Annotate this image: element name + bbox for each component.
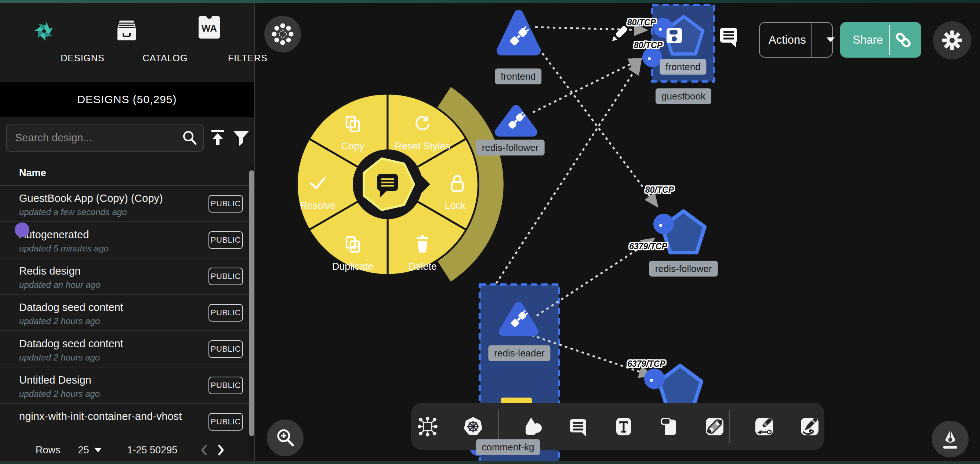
radial-label-duplicate[interactable]: Duplicate xyxy=(332,261,374,273)
comment-node-label[interactable]: comment-kg xyxy=(476,439,540,455)
design-name: GuestBook App (Copy) (Copy) xyxy=(19,192,163,204)
canvas-toolbar xyxy=(411,403,824,450)
tab-filters[interactable]: WA FILTERS xyxy=(171,3,248,82)
draw-edge-icon[interactable] xyxy=(754,416,775,437)
zoom-in-magnifier-icon xyxy=(274,427,297,449)
design-list: GuestBook App (Copy) (Copy) updated a fe… xyxy=(0,185,249,439)
port-label-80tcp: 80/TCP xyxy=(634,40,662,50)
gear-icon xyxy=(941,29,964,52)
edge-leader-to-guestbook xyxy=(496,62,641,284)
redis-follower-deployment-node[interactable] xyxy=(499,109,533,132)
group-nodes-icon[interactable] xyxy=(417,416,438,437)
list-scrollbar-thumb[interactable] xyxy=(249,170,254,436)
rows-per-page-value[interactable]: 25 xyxy=(78,445,89,456)
upload-design-icon[interactable] xyxy=(209,129,226,147)
design-name: Datadog seed content xyxy=(19,301,123,314)
freehand-draw-icon[interactable] xyxy=(799,416,820,437)
design-name: Redis design xyxy=(19,265,81,277)
wa-text: WA xyxy=(202,23,217,34)
edge-frontend-to-redis-follower xyxy=(539,48,657,206)
tab-designs[interactable]: DESIGNS xyxy=(5,3,83,82)
visibility-badge[interactable]: PUBLIC xyxy=(208,413,243,431)
visibility-badge[interactable]: PUBLIC xyxy=(208,340,243,358)
designs-sidebar: DESIGNS CATALOG WA FILTERS DESIGNS (50,2… xyxy=(0,3,255,461)
tab-catalog[interactable]: CATALOG xyxy=(88,3,165,82)
visibility-badge[interactable]: PUBLIC xyxy=(208,304,243,322)
design-name: Autogenerated xyxy=(19,229,89,241)
guestbook-group-label[interactable]: guestbook xyxy=(655,88,711,104)
meshery-spiral-icon xyxy=(32,19,56,45)
port-label-6379tcp: 6379/TCP xyxy=(627,359,665,369)
bottom-accent-strip xyxy=(0,461,980,464)
prev-page-icon[interactable] xyxy=(199,444,209,456)
design-row[interactable]: Datadog seed content updated 2 hours ago… xyxy=(0,331,249,367)
radial-label-resolve[interactable]: Resolve xyxy=(300,200,336,211)
frontend-service-label[interactable]: frontend xyxy=(660,59,706,75)
comment-tool-icon[interactable] xyxy=(568,416,589,437)
design-row[interactable]: Datadog seed content updated 2 hours ago… xyxy=(0,295,249,331)
design-row[interactable]: nginx-with-init-container-and-vhost PUBL… xyxy=(0,404,249,440)
visibility-badge[interactable]: PUBLIC xyxy=(208,195,243,212)
frontend-deployment-label[interactable]: frontend xyxy=(495,69,541,85)
search-input[interactable] xyxy=(15,124,173,151)
search-icon[interactable] xyxy=(182,130,198,146)
port-80-handle-2[interactable] xyxy=(642,47,662,67)
design-row[interactable]: Untitled Design updated 2 hours ago PUBL… xyxy=(0,367,249,404)
radial-label-copy[interactable]: Copy xyxy=(341,140,364,152)
radial-context-menu xyxy=(297,87,504,282)
text-tool-icon[interactable] xyxy=(613,416,634,437)
link-nodes-icon[interactable] xyxy=(704,416,725,437)
pagination-range: 1-25 50295 xyxy=(127,445,178,456)
actions-button[interactable]: Actions xyxy=(759,22,833,57)
divider xyxy=(889,25,890,55)
top-accent-strip xyxy=(0,0,980,3)
design-row[interactable]: GuestBook App (Copy) (Copy) updated a fe… xyxy=(0,186,249,222)
visibility-badge[interactable]: PUBLIC xyxy=(208,376,243,394)
copy-link-icon[interactable] xyxy=(895,32,912,48)
settings-button[interactable] xyxy=(933,21,971,59)
design-updated: updated an hour ago xyxy=(19,280,100,290)
redis-follower-service-label[interactable]: redis-follower xyxy=(649,261,718,277)
port-handle[interactable] xyxy=(653,214,674,234)
design-name: Datadog seed content xyxy=(19,338,123,350)
redis-follower-deployment-label[interactable]: redis-follower xyxy=(476,140,545,156)
filter-funnel-icon[interactable] xyxy=(232,129,250,147)
catalog-drawer-icon xyxy=(115,19,138,43)
shapes-icon[interactable] xyxy=(522,416,543,437)
kubernetes-icon[interactable] xyxy=(463,416,484,437)
search-box xyxy=(6,124,204,151)
zoom-in-button[interactable] xyxy=(267,419,304,456)
actions-dropdown-caret[interactable] xyxy=(827,37,835,42)
design-updated: updated 2 hours ago xyxy=(19,316,100,326)
frontend-deployment-node[interactable] xyxy=(501,15,536,51)
toolbar-divider xyxy=(498,410,499,443)
visibility-badge[interactable]: PUBLIC xyxy=(208,268,243,285)
port-label-6379tcp: 6379/TCP xyxy=(629,242,667,252)
rows-per-page-caret[interactable] xyxy=(94,448,102,452)
share-button[interactable]: Share xyxy=(840,22,921,57)
divider xyxy=(811,23,811,57)
design-name: nginx-with-init-container-and-vhost xyxy=(19,410,182,423)
notch xyxy=(206,14,212,19)
column-header-name[interactable]: Name xyxy=(19,167,46,179)
edit-pencil-icon[interactable] xyxy=(610,26,628,43)
pen-mode-button[interactable] xyxy=(932,421,969,458)
design-updated: updated a few seconds ago xyxy=(19,207,127,217)
snowflake-cluster-icon xyxy=(271,22,294,46)
radial-label-reset-styles[interactable]: Reset Styles xyxy=(395,140,450,152)
radial-label-lock[interactable]: Lock xyxy=(444,200,465,211)
design-row[interactable]: Redis design updated an hour ago PUBLIC xyxy=(0,258,249,295)
share-label: Share xyxy=(853,33,883,46)
note-tool-icon[interactable] xyxy=(659,416,680,437)
next-page-icon[interactable] xyxy=(216,444,226,456)
design-updated: updated 2 hours ago xyxy=(19,389,100,399)
layout-snowflake-button[interactable] xyxy=(264,16,301,53)
design-row[interactable]: Autogenerated updated 5 minutes ago PUBL… xyxy=(0,222,249,258)
redis-leader-deployment-label[interactable]: redis-leader xyxy=(488,345,550,361)
comment-bubble-icon[interactable] xyxy=(720,28,737,48)
radial-label-delete[interactable]: Delete xyxy=(408,261,437,273)
visibility-badge[interactable]: PUBLIC xyxy=(208,231,243,249)
port-label-80tcp: 80/TCP xyxy=(627,18,656,27)
port-handle[interactable] xyxy=(644,368,665,389)
redis-service-node-bottom[interactable] xyxy=(644,366,702,407)
